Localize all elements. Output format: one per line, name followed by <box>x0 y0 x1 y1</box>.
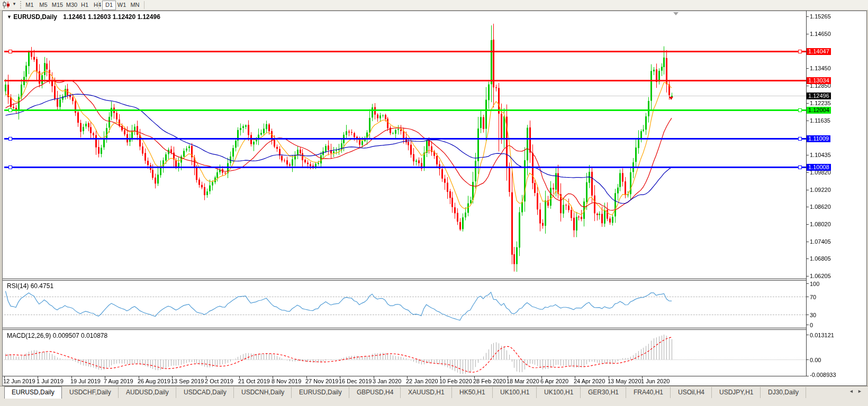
last-price-arrow <box>669 97 673 100</box>
date-tick-label: 19 Jul 2019 <box>70 378 101 384</box>
macd-current-values: 0.009507 0.010878 <box>53 332 107 339</box>
chart-title-symbol: EURUSD,Daily <box>13 13 57 21</box>
date-tick-label: 22 Jan 2020 <box>406 378 438 384</box>
chart-plot-canvas[interactable] <box>0 0 868 406</box>
current-price-badge: 1.12496 <box>807 93 831 99</box>
date-tick-label: 28 Feb 2020 <box>473 378 506 384</box>
price-tick <box>807 207 809 207</box>
price-tick <box>807 190 809 190</box>
rsi-axis-label: 70 <box>810 294 816 300</box>
date-tick-label: 27 Nov 2019 <box>305 378 338 384</box>
panel-separator <box>3 279 806 279</box>
macd-axis-tick <box>807 359 809 360</box>
line-handle-left-1.11009[interactable] <box>8 137 12 141</box>
chart-title: ▼ EURUSD,Daily 1.12461 1.12603 1.12420 1… <box>7 13 160 21</box>
price-badge-1.14047: 1.14047 <box>807 48 831 55</box>
rsi-axis-label: 30 <box>810 312 816 318</box>
price-tick-label: 1.08620 <box>810 204 831 210</box>
horizontal-line-1.11009[interactable] <box>4 138 806 140</box>
date-tick-label: 8 Nov 2019 <box>272 378 301 384</box>
price-axis-border <box>806 11 807 376</box>
macd-title: MACD(12,26,9) 0.009507 0.010878 <box>7 332 107 339</box>
date-tick-label: 7 Aug 2019 <box>104 378 133 384</box>
date-tick-label: 12 Jun 2019 <box>3 378 35 384</box>
line-handle-right-1.12004[interactable] <box>798 108 802 112</box>
horizontal-line-1.14047[interactable] <box>4 51 806 52</box>
price-tick <box>807 172 809 173</box>
price-tick-label: 1.15265 <box>810 13 831 20</box>
price-tick <box>807 103 809 104</box>
date-tick-label: 1 Jul 2019 <box>37 378 64 384</box>
macd-axis-label: 0.013121 <box>810 332 834 338</box>
date-tick-label: 16 Dec 2019 <box>339 378 372 384</box>
rsi-axis-tick <box>807 325 809 325</box>
horizontal-line-1.10008[interactable] <box>4 167 806 168</box>
price-tick-label: 1.12235 <box>810 100 831 106</box>
panel-separator <box>3 328 806 328</box>
price-tick <box>807 259 809 259</box>
price-tick-label: 1.11635 <box>810 117 830 124</box>
macd-axis-label: 0.00 <box>810 357 821 363</box>
price-tick <box>807 224 809 225</box>
tabs-scroll-right-button[interactable]: ► <box>857 389 862 394</box>
date-tick-label: 13 Sep 2019 <box>171 378 204 384</box>
rsi-axis-tick <box>807 297 809 297</box>
price-badge-1.12004: 1.12004 <box>807 107 831 114</box>
date-tick-label: 1 Jun 2020 <box>641 378 670 384</box>
price-tick-label: 1.14650 <box>810 31 831 37</box>
price-tick <box>807 86 809 86</box>
price-badge-1.13034: 1.13034 <box>807 77 831 84</box>
tabs-scroll-left-button[interactable]: ◄ <box>849 389 854 394</box>
macd-axis-tick <box>807 376 809 376</box>
price-tick <box>807 276 809 276</box>
price-tick <box>807 68 809 69</box>
line-handle-left-1.14047[interactable] <box>8 50 12 53</box>
price-tick <box>807 121 809 121</box>
rsi-current-value: 60.4751 <box>31 282 53 290</box>
line-handle-left-1.12004[interactable] <box>8 108 12 112</box>
price-tick <box>807 155 809 155</box>
price-tick-label: 1.09220 <box>810 187 831 193</box>
date-tick-label: 10 Feb 2020 <box>439 378 472 384</box>
price-tick-label: 1.08020 <box>810 221 831 227</box>
date-tick-label: 18 Mar 2020 <box>507 378 539 384</box>
date-tick-label: 6 Apr 2020 <box>540 378 568 384</box>
price-tick-label: 1.07405 <box>810 238 831 245</box>
horizontal-line-1.13034[interactable] <box>4 80 806 81</box>
date-tick-label: 26 Aug 2019 <box>138 378 170 384</box>
panel-separator <box>3 376 806 376</box>
rsi-axis-label: 100 <box>810 281 819 287</box>
price-tick-label: 1.10435 <box>810 152 831 158</box>
chart-ohlc-values: 1.12461 1.12603 1.12420 1.12496 <box>63 13 160 21</box>
rsi-axis-label: 0 <box>810 322 813 328</box>
line-handle-right-1.14047[interactable] <box>798 50 802 53</box>
symbol-dropdown-icon[interactable]: ▼ <box>7 14 12 20</box>
date-tick-label: 3 Jan 2020 <box>373 378 401 384</box>
price-tick-label: 1.13450 <box>810 65 831 71</box>
chart-shift-marker <box>673 12 679 15</box>
macd-indicator-name: MACD(12,26,9) <box>7 332 51 339</box>
date-tick-label: 21 Oct 2019 <box>238 378 270 384</box>
rsi-axis-tick <box>807 283 809 284</box>
line-handle-left-1.10008[interactable] <box>8 165 12 169</box>
line-handle-right-1.10008[interactable] <box>798 165 802 169</box>
macd-axis-label: -0.008933 <box>810 372 836 378</box>
price-tick <box>807 34 809 34</box>
horizontal-line-1.12004[interactable] <box>4 109 806 111</box>
date-tick-label: 24 Apr 2020 <box>574 378 605 384</box>
line-handle-right-1.11009[interactable] <box>798 137 802 141</box>
macd-axis-tick <box>807 335 809 335</box>
date-tick-label: 13 May 2020 <box>608 378 641 384</box>
rsi-axis-tick <box>807 315 809 315</box>
price-badge-1.11009: 1.11009 <box>807 135 830 142</box>
rsi-title: RSI(14) 60.4751 <box>7 282 53 290</box>
panel-separator <box>3 280 806 281</box>
chart-tab-eurusd-daily[interactable]: EURUSD,Daily <box>4 386 62 399</box>
price-badge-1.10008: 1.10008 <box>807 164 831 171</box>
price-tick <box>807 242 809 242</box>
price-tick-label: 1.06205 <box>810 273 831 279</box>
price-tick-label: 1.06805 <box>810 255 831 262</box>
rsi-indicator-name: RSI(14) <box>7 282 29 290</box>
price-tick <box>807 16 809 17</box>
date-tick-label: 2 Oct 2019 <box>205 378 233 384</box>
